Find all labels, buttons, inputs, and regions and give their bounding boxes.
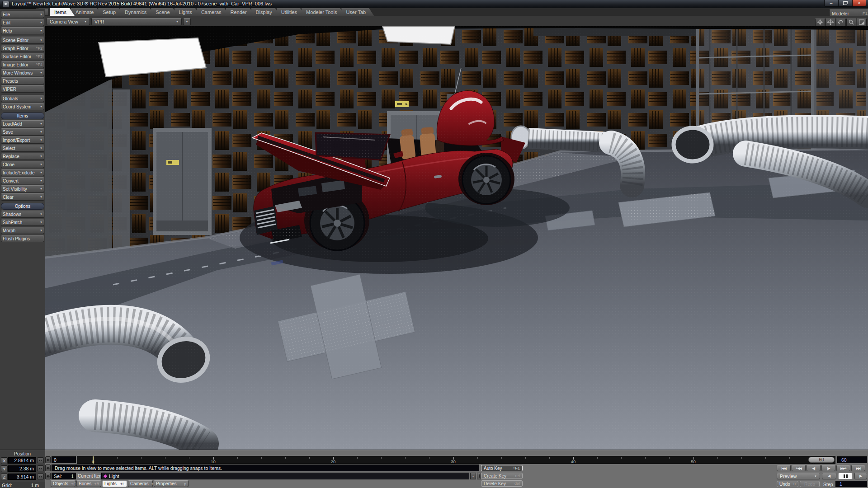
item-type-cameras[interactable]: Cameras+C <box>128 480 153 487</box>
restore-button[interactable] <box>838 0 852 7</box>
tab-items[interactable]: Items <box>50 8 75 16</box>
close-button[interactable]: × <box>852 0 866 7</box>
current-frame-field[interactable]: 0 <box>52 456 76 463</box>
viewport-options-dropdown[interactable]: ▼ <box>183 18 191 25</box>
sidebar-item-surface-editor[interactable]: Surface Editor^F3 <box>1 53 44 60</box>
sidebar-item-label: More Windows <box>3 70 33 75</box>
sidebar-item-file[interactable]: File▼ <box>1 11 44 18</box>
frame-stepper[interactable] <box>45 456 51 463</box>
sidebar-item-convert[interactable]: Convert▼ <box>1 177 44 184</box>
center-item-button[interactable] <box>815 19 825 26</box>
sidebar-item-globals[interactable]: Globals▼ <box>1 95 44 102</box>
tab-display[interactable]: Display <box>251 8 280 16</box>
status-stepper[interactable] <box>45 465 51 471</box>
axis-button-x[interactable]: X <box>1 457 8 464</box>
item-type-properties[interactable]: Propertiesp <box>154 480 189 487</box>
pan-view-button[interactable] <box>826 19 835 26</box>
sidebar-item-morph[interactable]: Morph▼ <box>1 227 44 234</box>
tab-lights[interactable]: Lights <box>175 8 200 16</box>
sidebar-item-viper[interactable]: VIPER <box>1 85 44 93</box>
timeline-ruler[interactable]: 0102030405060 <box>77 456 835 464</box>
render-mode-dropdown[interactable]: VPR ▼ <box>91 18 182 25</box>
timeline-range-end-handle[interactable]: 60 <box>808 457 835 463</box>
prev-key-button[interactable]: +◀◀ <box>792 465 806 471</box>
tab-render[interactable]: Render <box>226 8 255 16</box>
play-forward-icon: ▶ <box>859 474 862 478</box>
go-end-button[interactable]: ▶▶| <box>851 465 865 471</box>
timeline-playhead[interactable] <box>93 456 94 464</box>
current-item-dropdown[interactable]: Light <box>101 473 469 479</box>
sidebar-item-presets[interactable]: Presets <box>1 77 44 84</box>
step-field[interactable]: 1 <box>835 481 867 487</box>
item-type-bones[interactable]: Bones+B <box>76 480 101 487</box>
minimize-button[interactable]: – <box>824 0 838 7</box>
timeline-tick-minor <box>261 457 262 459</box>
sidebar-item-flush-plugins[interactable]: Flush Plugins <box>1 235 44 242</box>
tab-animate[interactable]: Animate <box>71 8 102 16</box>
go-start-button[interactable]: |◀◀ <box>777 465 791 471</box>
axis-stepper-y[interactable] <box>37 465 44 471</box>
rotate-view-button[interactable] <box>836 19 846 26</box>
maximize-viewport-button[interactable] <box>857 19 867 26</box>
sidebar-item-graph-editor[interactable]: Graph Editor^F2 <box>1 45 44 52</box>
sidebar-item-set-visibility[interactable]: Set Visibility▼ <box>1 185 44 192</box>
dropdown-arrow-icon: ▼ <box>39 155 42 158</box>
view-mode-dropdown[interactable]: Camera View ▼ <box>47 18 90 25</box>
play-forward-button[interactable]: ▶ <box>854 473 867 479</box>
next-key-button[interactable]: ▶▶+ <box>836 465 850 471</box>
sidebar-item-select[interactable]: Select▼ <box>1 145 44 152</box>
delete-key-button[interactable]: Delete Key del <box>481 480 523 487</box>
sidebar-item-scene-editor[interactable]: Scene Editor▼ <box>1 37 44 44</box>
tab-dynamics[interactable]: Dynamics <box>120 8 155 16</box>
item-type-label: Bones <box>79 481 91 486</box>
step-back-button[interactable]: ◀|| <box>807 465 821 471</box>
item-type-lights[interactable]: Lights+L <box>102 480 127 487</box>
tab-modeler-tools[interactable]: Modeler Tools <box>302 8 345 16</box>
axis-button-y[interactable]: Y <box>1 465 8 472</box>
item-lock-button[interactable] <box>477 473 481 479</box>
tab-cameras[interactable]: Cameras <box>197 8 230 16</box>
item-type-label: Properties <box>156 481 177 486</box>
axis-stepper-z[interactable] <box>37 474 44 479</box>
axis-value-y[interactable]: 2.38 m <box>8 465 36 472</box>
axis-value-z[interactable]: 3.914 m <box>8 474 36 480</box>
redo-button[interactable]: Redo <box>800 481 820 487</box>
play-reverse-button[interactable]: ◀ <box>822 473 836 479</box>
axis-button-z[interactable]: Z <box>1 474 8 480</box>
create-key-button[interactable]: Create Key ret <box>481 473 523 479</box>
tab-setup[interactable]: Setup <box>98 8 124 16</box>
sidebar-item-edit[interactable]: Edit▼ <box>1 19 44 26</box>
sidebar-item-image-editor[interactable]: Image Editor^F4 <box>1 61 44 68</box>
last-frame-field[interactable]: 60 <box>837 456 867 463</box>
zoom-view-button[interactable] <box>846 19 856 26</box>
axis-value-x[interactable]: 2.8614 m <box>8 457 36 464</box>
sidebar-item-subpatch[interactable]: SubPatch▼ <box>1 219 44 226</box>
step-forward-button[interactable]: ||▶ <box>821 465 835 471</box>
pause-button[interactable] <box>838 473 853 479</box>
sidebar-item-include-exclude[interactable]: Include/Exclude▼ <box>1 169 44 176</box>
sidebar-item-clone[interactable]: Clone▼ <box>1 161 44 168</box>
sidebar-item-import-export[interactable]: Import/Export▼ <box>1 136 44 144</box>
tab-scene[interactable]: Scene <box>151 8 178 16</box>
sidebar-item-shortcut: ^F2 <box>35 46 42 51</box>
sidebar-item-replace[interactable]: Replace▼ <box>1 153 44 160</box>
timeline-tick-minor <box>717 457 718 459</box>
viewport-3d[interactable] <box>45 26 868 450</box>
undo-button[interactable]: Undo u <box>777 481 798 487</box>
sidebar-item-clear[interactable]: Clear▼ <box>1 193 44 201</box>
axis-stepper-x[interactable] <box>37 457 44 463</box>
tab-user-tab[interactable]: User Tab <box>341 8 374 16</box>
sidebar-item-coord-system[interactable]: Coord System▼ <box>1 103 44 110</box>
sidebar-item-load-add[interactable]: Load/Add▼ <box>1 120 44 127</box>
sidebar-item-more-windows[interactable]: More Windows▼ <box>1 69 44 76</box>
item-type-shortcut: +L <box>118 482 125 486</box>
sidebar-item-help[interactable]: Help▼ <box>1 27 44 34</box>
sidebar-item-shadows[interactable]: Shadows▼ <box>1 211 44 218</box>
auto-key-button[interactable]: Auto Key +F1 <box>481 465 523 471</box>
sidebar-item-save[interactable]: Save▼ <box>1 128 44 136</box>
preview-dropdown[interactable]: Preview ▼ <box>777 473 820 479</box>
tab-utilities[interactable]: Utilities <box>277 8 305 16</box>
selection-stepper[interactable] <box>45 473 51 479</box>
current-item-arrow-button[interactable]: ▼ <box>470 473 476 479</box>
item-type-objects[interactable]: Objects+O <box>51 480 75 487</box>
